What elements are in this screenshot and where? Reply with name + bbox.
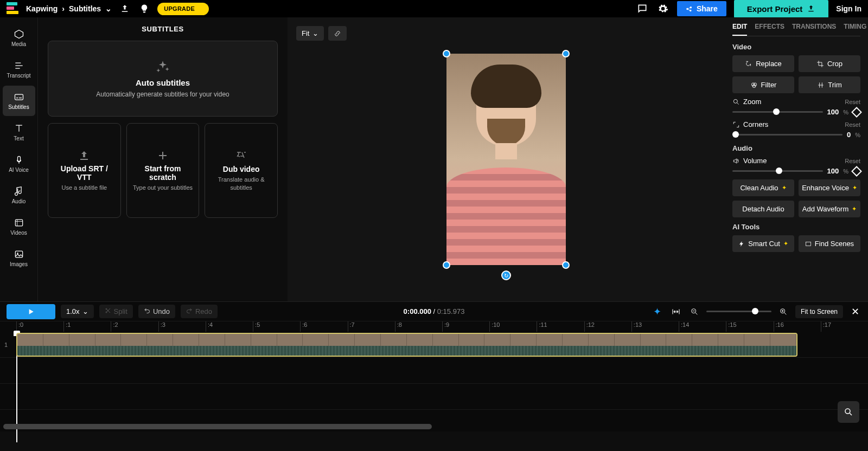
filter-button[interactable]: Filter [732, 76, 794, 93]
unlink-icon[interactable] [328, 26, 347, 41]
tab-edit[interactable]: EDIT [732, 23, 747, 36]
rail-images[interactable]: Images [3, 243, 35, 273]
scratch-title: Start from scratch [131, 164, 195, 182]
selected-video-clip[interactable]: ↻ [446, 54, 566, 265]
app-logo[interactable] [7, 2, 20, 15]
dub-video-card[interactable]: Dub video Translate audio & subtitles [205, 123, 278, 218]
track-row-empty[interactable] [0, 384, 868, 410]
comments-icon[interactable] [636, 2, 649, 15]
track-row-1: 1 [0, 332, 868, 358]
find-scenes-button[interactable]: Find Scenes [799, 235, 860, 252]
export-button[interactable]: Export Project [734, 0, 829, 18]
keyframe-zoom-icon[interactable] [851, 107, 862, 118]
gear-icon[interactable] [656, 2, 669, 15]
chevron-down-icon: ⌄ [312, 29, 318, 37]
auto-subtitles-card[interactable]: Auto subtitles Automatically generate su… [48, 41, 278, 117]
corners-icon [732, 121, 740, 128]
volume-reset[interactable]: Reset [845, 158, 860, 164]
resize-handle-br[interactable] [562, 261, 570, 269]
timeline-ruler[interactable]: :0 :1 :2 :3 :4 :5 :6 :7 :8 :9 :10 :11 :1… [0, 321, 868, 332]
tab-effects[interactable]: EFFECTS [755, 23, 784, 36]
sign-in-link[interactable]: Sign In [836, 4, 861, 13]
magnetic-snap-icon[interactable]: ✦ [651, 305, 664, 318]
rail-subtitles[interactable]: Subtitles [3, 86, 35, 116]
share-button[interactable]: Share [677, 1, 726, 16]
crop-button[interactable]: Crop [799, 55, 860, 72]
scratch-sub: Type out your subtitles [133, 184, 193, 191]
start-scratch-card[interactable]: Start from scratch Type out your subtitl… [126, 123, 200, 218]
resize-handle-bl[interactable] [443, 261, 450, 269]
breadcrumb-app[interactable]: Kapwing [26, 4, 58, 13]
enhance-voice-button[interactable]: Enhance Voice✦ [799, 179, 860, 196]
resize-handle-tl[interactable] [443, 50, 450, 57]
zoom-slider[interactable] [732, 111, 823, 113]
dub-sub: Translate audio & subtitles [209, 176, 273, 191]
lightbulb-icon[interactable] [138, 2, 151, 15]
tab-transitions[interactable]: TRANSITIONS [792, 23, 836, 36]
upload-srt-sub: Use a subtitle file [61, 184, 107, 191]
fit-dropdown[interactable]: Fit⌄ [296, 26, 324, 41]
rail-aivoice[interactable]: AI Voice [3, 149, 35, 179]
zoom-reset[interactable]: Reset [845, 99, 860, 105]
corners-slider[interactable] [732, 134, 843, 136]
horizontal-scrollbar[interactable] [3, 424, 432, 429]
tab-timing[interactable]: TIMING [844, 23, 866, 36]
rail-text[interactable]: Text [3, 117, 35, 147]
zoom-out-icon[interactable] [688, 305, 701, 318]
split-button[interactable]: Split [99, 305, 133, 318]
upload-srt-card[interactable]: Upload SRT / VTT Use a subtitle file [48, 123, 121, 218]
detach-audio-button[interactable]: Detach Audio [732, 201, 794, 217]
snap-edges-icon[interactable] [669, 305, 682, 318]
rotate-handle[interactable]: ↻ [501, 270, 511, 280]
close-timeline-icon[interactable]: ✕ [848, 305, 861, 318]
redo-button[interactable]: Redo [181, 305, 218, 318]
upgrade-button[interactable]: UPGRADE✦ [157, 3, 208, 15]
play-button[interactable] [7, 304, 55, 319]
fit-to-screen-button[interactable]: Fit to Screen [795, 305, 843, 318]
keyframe-volume-icon[interactable] [851, 166, 862, 177]
sparkle-icon: ✦ [852, 205, 857, 212]
timeline-tracks[interactable]: 1 [0, 332, 868, 431]
chevron-down-icon[interactable]: ⌄ [105, 4, 112, 13]
timeline-zoom-slider[interactable] [706, 311, 771, 312]
tick: :9 [442, 321, 489, 332]
undo-button[interactable]: Undo [138, 305, 175, 318]
time-display: 0:00.000 / 0:15.973 [404, 307, 465, 315]
svg-point-13 [845, 409, 850, 414]
svg-rect-1 [15, 220, 22, 226]
tick: :7 [348, 321, 395, 332]
smart-cut-button[interactable]: Smart Cut✦ [732, 235, 794, 252]
canvas[interactable]: Fit⌄ ↻ [288, 17, 725, 301]
resize-handle-tr[interactable] [562, 50, 570, 57]
volume-value: 100 [827, 167, 839, 175]
search-button[interactable] [838, 401, 859, 423]
rail-media[interactable]: Media [3, 23, 35, 53]
tick: :12 [584, 321, 631, 332]
tick: :17 [821, 321, 868, 332]
tick: :13 [631, 321, 679, 332]
zoom-in-icon[interactable] [777, 305, 790, 318]
section-aitools: AI Tools [732, 223, 860, 231]
sparkle-icon: ✦ [782, 184, 787, 191]
upload-icon[interactable] [118, 2, 131, 15]
replace-button[interactable]: Replace [732, 55, 794, 72]
playback-speed[interactable]: 1.0x⌄ [61, 305, 94, 318]
breadcrumb-page[interactable]: Subtitles [69, 4, 101, 13]
trim-button[interactable]: Trim [799, 76, 860, 93]
scissors-icon [105, 307, 111, 314]
rail-transcript[interactable]: Transcript [3, 54, 35, 85]
corners-label: Corners [743, 120, 768, 128]
rail-videos[interactable]: Videos [3, 211, 35, 242]
tick: :8 [395, 321, 442, 332]
top-bar: Kapwing › Subtitles ⌄ UPGRADE✦ Share Exp… [0, 0, 868, 17]
panel-title: SUBTITLES [48, 25, 278, 33]
video-clip[interactable] [16, 333, 797, 357]
volume-label: Volume [743, 157, 767, 165]
rail-audio[interactable]: Audio [3, 180, 35, 210]
clean-audio-button[interactable]: Clean Audio✦ [732, 179, 794, 196]
track-row-empty[interactable] [0, 358, 868, 384]
tick: :16 [774, 321, 821, 332]
add-waveform-button[interactable]: Add Waveform✦ [799, 201, 860, 217]
corners-reset[interactable]: Reset [845, 121, 860, 128]
volume-slider[interactable] [732, 170, 823, 172]
